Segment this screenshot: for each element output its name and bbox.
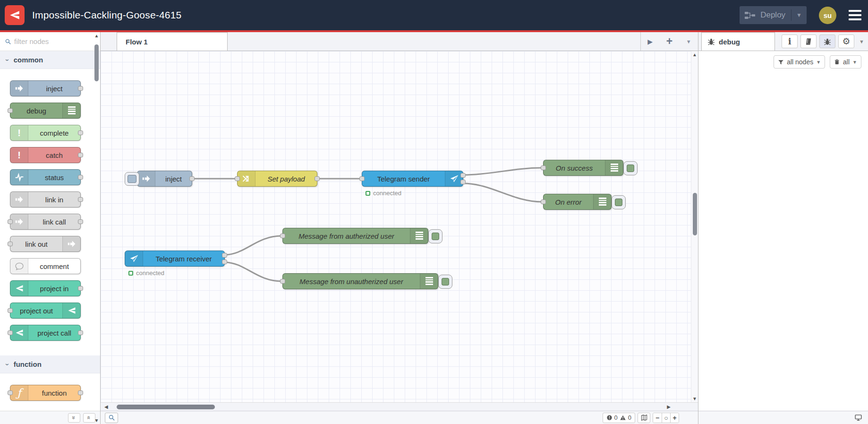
scroll-down-icon[interactable]: ▼ [93, 418, 100, 423]
sidebar-menu-caret[interactable]: ▼ [859, 39, 864, 44]
info-tab-button[interactable]: i [782, 35, 798, 48]
debug-toggle-button[interactable] [612, 195, 626, 209]
palette-category-function[interactable]: ›function [0, 355, 100, 373]
palette-category-common[interactable]: ›common [0, 51, 100, 69]
main-menu-button[interactable] [849, 10, 861, 20]
output-port-2[interactable] [460, 180, 466, 184]
flow-canvas[interactable]: injectSet payloadTelegram senderconnecte… [101, 51, 698, 402]
telegram-sender-node[interactable]: Telegram sender [362, 171, 463, 187]
debug-toggle-button[interactable] [623, 161, 638, 175]
debug-clear-button[interactable]: all ▼ [830, 55, 861, 69]
output-port-1[interactable] [460, 173, 466, 178]
msg-unauthorized-node[interactable]: Message from unautherized user [282, 273, 438, 289]
output-port-2[interactable] [222, 260, 227, 264]
output-port[interactable] [78, 175, 83, 180]
palette-node-catch[interactable]: !catch [10, 147, 81, 163]
help-tab-button[interactable] [800, 35, 817, 48]
app-logo[interactable] [5, 5, 25, 25]
input-port[interactable] [359, 176, 365, 181]
palette-node-project-out[interactable]: project out [10, 303, 81, 319]
input-port[interactable] [8, 330, 13, 335]
user-avatar[interactable]: su [819, 7, 836, 24]
palette-node-status[interactable]: status [10, 169, 81, 185]
flow-list-caret[interactable]: ▼ [686, 39, 691, 44]
search-flows-button[interactable] [105, 413, 118, 423]
on-error-node[interactable]: On error [543, 194, 612, 210]
output-port[interactable] [78, 286, 83, 291]
set-payload-node[interactable]: Set payload [237, 171, 317, 187]
tab-debug[interactable]: debug [701, 32, 775, 51]
input-port[interactable] [8, 242, 13, 246]
debug-tab-button[interactable] [819, 35, 835, 48]
paper-plane-icon [129, 254, 139, 263]
palette-scrollbar[interactable]: ▲ ▼ [93, 33, 100, 423]
output-port[interactable] [78, 390, 83, 395]
inject-button[interactable] [125, 172, 139, 186]
debug-filter-button[interactable]: all nodes ▼ [774, 55, 825, 69]
zoom-out-button[interactable]: − [653, 413, 662, 423]
output-port[interactable] [315, 176, 320, 181]
debug-messages-panel[interactable] [698, 73, 868, 411]
output-port[interactable] [78, 197, 83, 202]
input-port[interactable] [8, 219, 13, 224]
input-port[interactable] [280, 234, 285, 238]
palette-node-comment[interactable]: comment [10, 258, 81, 274]
input-port[interactable] [8, 108, 13, 113]
palette-node-project-call[interactable]: project call [10, 325, 81, 341]
next-tab-icon[interactable]: ▶ [647, 38, 653, 45]
canvas-vscroll-thumb[interactable] [693, 193, 697, 235]
output-port[interactable] [78, 130, 83, 135]
canvas-hscroll-thumb[interactable] [117, 405, 215, 409]
output-port-1[interactable] [222, 253, 227, 258]
msg-authorized-node[interactable]: Message from autherized user [282, 228, 428, 244]
output-port[interactable] [189, 176, 195, 181]
debug-toggle-button[interactable] [428, 229, 443, 243]
palette-node-link-in[interactable]: link in [10, 191, 81, 208]
output-port[interactable] [78, 330, 83, 335]
collapse-all-button[interactable]: » [68, 413, 80, 423]
navigator-button[interactable] [638, 413, 650, 423]
zoom-reset-button[interactable]: ○ [662, 413, 670, 423]
palette-node-complete[interactable]: !complete [10, 125, 81, 141]
inject-node[interactable]: inject [137, 171, 192, 187]
scroll-left-icon[interactable]: ◀ [104, 404, 108, 409]
output-port[interactable] [78, 86, 83, 91]
open-window-icon[interactable] [854, 414, 862, 422]
change-icon [242, 174, 251, 183]
add-flow-button[interactable]: + [666, 36, 672, 47]
notification-counts[interactable]: 0 0 [603, 413, 635, 423]
telegram-receiver-node[interactable]: Telegram receiver [125, 251, 225, 267]
input-port[interactable] [8, 390, 13, 395]
scroll-up-icon[interactable]: ▲ [93, 33, 100, 38]
palette-scrollbar-thumb[interactable] [94, 44, 99, 81]
scroll-down-icon[interactable]: ▼ [692, 396, 697, 401]
canvas-vscrollbar[interactable]: ▲ ▼ [691, 51, 698, 402]
palette-node-function[interactable]: ƒfunction [10, 385, 81, 401]
config-tab-button[interactable]: ⚙ [838, 35, 854, 48]
input-port[interactable] [235, 176, 240, 181]
palette-node-debug[interactable]: debug [10, 103, 81, 119]
canvas-hscrollbar[interactable]: ◀ ▶ [101, 402, 698, 411]
input-port[interactable] [280, 279, 285, 284]
input-port[interactable] [8, 308, 13, 313]
scroll-up-icon[interactable]: ▲ [692, 52, 697, 57]
zoom-in-button[interactable]: + [670, 413, 679, 423]
palette-node-project-in[interactable]: project in [10, 280, 81, 296]
node-icon-region [420, 274, 438, 289]
filter-nodes-input[interactable] [14, 37, 85, 45]
deploy-options-caret[interactable]: ▼ [796, 12, 802, 18]
input-port[interactable] [541, 199, 546, 204]
palette-node-link-out[interactable]: link out [10, 236, 81, 252]
palette-node-link-call[interactable]: link call [10, 214, 81, 230]
palette-node-inject[interactable]: inject [10, 80, 81, 96]
output-port[interactable] [78, 153, 83, 157]
deploy-button[interactable]: Deploy ▼ [740, 6, 807, 24]
scroll-right-icon[interactable]: ▶ [667, 404, 671, 409]
on-success-node[interactable]: On success [543, 160, 623, 176]
sidebar-tabbar: debug i ⚙ ▼ [698, 32, 868, 51]
tab-flow-1[interactable]: Flow 1 [117, 32, 228, 51]
debug-toggle-button[interactable] [438, 275, 452, 289]
input-port[interactable] [541, 165, 546, 170]
node-icon-region [10, 281, 28, 296]
output-port[interactable] [78, 219, 83, 224]
